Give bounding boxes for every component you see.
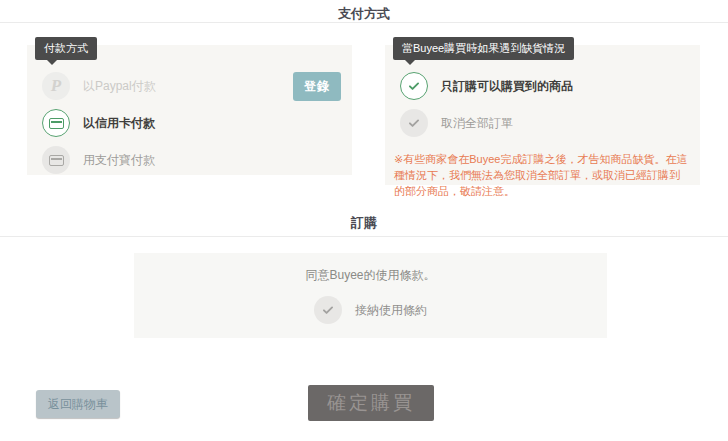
credit-card-icon: [42, 146, 70, 174]
check-icon: [314, 296, 342, 324]
payment-option-alipay[interactable]: 用支付寶付款: [42, 145, 340, 175]
paypal-login-button[interactable]: 登錄: [293, 72, 341, 101]
check-icon: [400, 72, 428, 100]
payment-option-credit-card[interactable]: 以信用卡付款: [42, 108, 340, 138]
payment-option-label: 用支付寶付款: [83, 152, 155, 169]
out-of-stock-notice: ※有些商家會在Buyee完成訂購之後，才告知商品缺貨。在這種情況下，我們無法為您…: [385, 145, 700, 200]
stock-option-label: 取消全部訂單: [441, 115, 513, 132]
agreement-checkbox[interactable]: 接納使用條約: [314, 296, 427, 324]
payment-method-panel: 付款方式 P 以Paypal付款 以信用卡付款 用支付寶付款 登錄: [27, 45, 352, 175]
payment-section-divider: [0, 22, 728, 23]
agreement-text: 同意Buyee的使用條款。: [134, 267, 607, 284]
stock-option-cancel-all[interactable]: 取消全部訂單: [400, 108, 688, 138]
payment-option-label: 以Paypal付款: [83, 78, 156, 95]
stock-option-order-available[interactable]: 只訂購可以購買到的商品: [400, 71, 688, 101]
out-of-stock-tag: 當Buyee購買時如果遇到缺貨情況: [393, 37, 574, 60]
back-to-cart-button[interactable]: 返回購物車: [36, 390, 120, 418]
check-icon: [400, 109, 428, 137]
order-section-title: 訂購: [0, 214, 728, 232]
order-section-divider: [0, 236, 728, 237]
payment-method-tag: 付款方式: [35, 37, 97, 60]
payment-section-title: 支付方式: [0, 5, 728, 23]
out-of-stock-panel: 當Buyee購買時如果遇到缺貨情況 只訂購可以購買到的商品 取消全部訂單 ※有些…: [385, 45, 700, 185]
paypal-icon: P: [42, 72, 70, 100]
credit-card-icon: [42, 109, 70, 137]
stock-option-label: 只訂購可以購買到的商品: [441, 78, 573, 95]
agreement-checkbox-label: 接納使用條約: [355, 302, 427, 319]
confirm-purchase-button[interactable]: 確定購買: [308, 385, 434, 421]
payment-option-label: 以信用卡付款: [83, 115, 155, 132]
agreement-box: 同意Buyee的使用條款。 接納使用條約: [134, 253, 607, 338]
